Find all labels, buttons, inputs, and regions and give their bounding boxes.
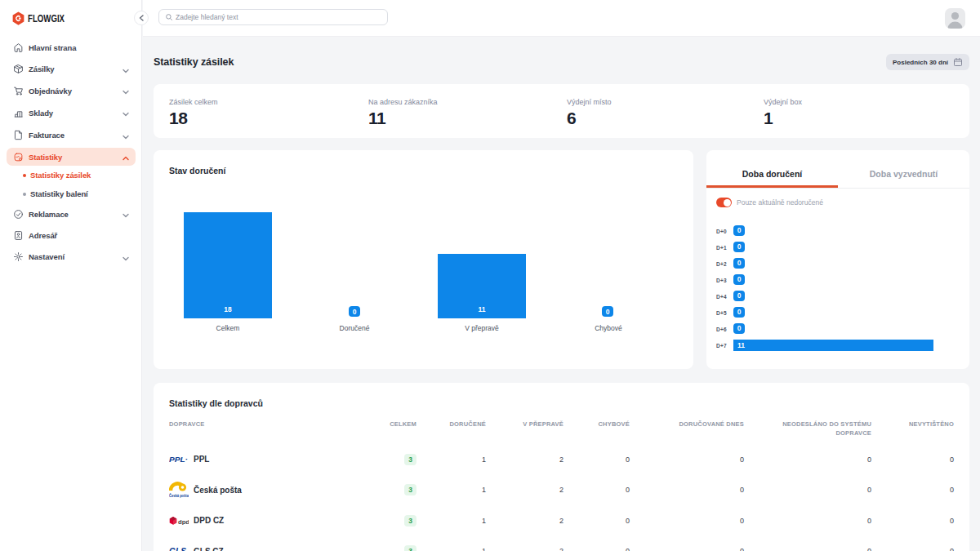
svg-text:PPL·: PPL·	[169, 456, 188, 463]
svg-text:FLOWGIX: FLOWGIX	[28, 14, 65, 24]
svg-text:GLS: GLS	[169, 548, 186, 551]
svg-text:dpd: dpd	[178, 518, 189, 524]
svg-text:Česká pošta: Česká pošta	[169, 493, 189, 498]
